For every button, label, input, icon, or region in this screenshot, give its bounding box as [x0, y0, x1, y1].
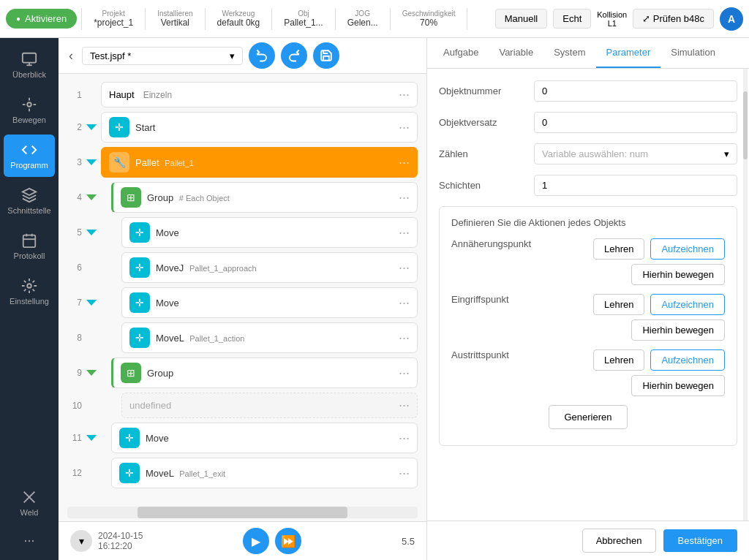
program-block-pallet[interactable]: 🔧 Pallet Pallet_1 ··· [101, 147, 418, 178]
back-button[interactable]: ‹ [66, 45, 76, 67]
redo-icon [287, 49, 301, 62]
program-block-movej[interactable]: ✛ MoveJ Pallet_1_approach ··· [121, 252, 418, 283]
play-button[interactable]: ▶ [243, 528, 269, 554]
grip-label: Eingriffspunkt [451, 294, 509, 305]
more-options-button[interactable]: ··· [399, 225, 410, 241]
horizontal-scrollbar[interactable] [67, 507, 418, 518]
check-button[interactable]: ⤢ Prüfen b48c [633, 9, 714, 29]
tab-aufgabe[interactable]: Aufgabe [433, 38, 489, 68]
install-label: Installieren [157, 10, 192, 18]
avatar[interactable]: A [720, 7, 743, 31]
tab-system[interactable]: System [543, 38, 595, 68]
generate-button[interactable]: Generieren [549, 405, 627, 429]
sidebar-item-weld[interactable]: Weld [4, 482, 55, 524]
count-placeholder: Variable auswählen: num [542, 148, 648, 159]
obj-offset-input[interactable] [534, 112, 737, 133]
count-select[interactable]: Variable auswählen: num ▾ [534, 143, 737, 164]
undo-button[interactable] [249, 42, 275, 69]
cancel-button[interactable]: Abbrechen [582, 529, 656, 553]
table-row: 12 ✛ MoveL Pallet_1_exit ··· [59, 455, 426, 491]
movej-icon: ✛ [129, 257, 150, 278]
tab-simulation[interactable]: Simulation [660, 38, 726, 68]
center-panel: ‹ Test.jspf * ▾ [59, 38, 427, 560]
more-options-button[interactable]: ··· [399, 190, 410, 205]
sidebar-more-button[interactable]: ··· [18, 527, 40, 554]
table-row: 3 🔧 Pallet Pallet_1 ··· [59, 145, 426, 180]
block-label: undefined [129, 400, 171, 411]
approach-record-button[interactable]: Aufzeichnen [650, 238, 725, 260]
program-block-group9[interactable]: ⊞ Group ··· [111, 357, 418, 388]
speed-value: 70% [420, 18, 437, 28]
tool-info: Werkzeug default 0kg [210, 10, 268, 28]
more-options-button[interactable]: ··· [399, 295, 410, 311]
real-button[interactable]: Echt [553, 9, 591, 29]
more-options-button[interactable]: ··· [399, 366, 410, 381]
grip-move-here-button[interactable]: Hierhin bewegen [631, 319, 725, 341]
center-toolbar: ‹ Test.jspf * ▾ [59, 38, 426, 74]
redo-button[interactable] [281, 42, 307, 69]
program-block-movel12[interactable]: ✛ MoveL Pallet_1_exit ··· [111, 458, 418, 488]
more-options-button[interactable]: ··· [399, 87, 410, 102]
obj-number-input[interactable] [534, 80, 737, 102]
undo-icon [255, 49, 268, 62]
more-options-button[interactable]: ··· [399, 398, 410, 413]
file-selector[interactable]: Test.jspf * ▾ [82, 47, 243, 65]
program-block-movel8[interactable]: ✛ MoveL Pallet_1_action ··· [121, 322, 418, 353]
more-options-button[interactable]: ··· [399, 155, 410, 170]
section-title: Definieren Sie die Aktionen jedes Objekt… [451, 217, 725, 228]
approach-move-here-button[interactable]: Hierhin bewegen [631, 264, 725, 285]
sidebar-item-settings[interactable]: Einstellung [4, 270, 55, 313]
sidebar-item-log[interactable]: Protokoll [4, 225, 55, 268]
confirm-button[interactable]: Bestätigen [663, 529, 737, 552]
count-label: Zählen [439, 148, 534, 159]
sidebar-item-move[interactable]: Bewegen [4, 89, 55, 132]
left-sidebar: Überblick Bewegen Programm Schnittstelle [0, 38, 59, 560]
exit-record-button[interactable]: Aufzeichnen [650, 349, 725, 371]
program-block-move5[interactable]: ✛ Move ··· [121, 217, 418, 248]
datetime-display: 2024-10-15 16:12:20 [98, 531, 143, 551]
program-block-undefined[interactable]: undefined ··· [121, 393, 418, 418]
manual-button[interactable]: Manuell [495, 9, 548, 29]
log-icon [21, 232, 37, 249]
obj-value: Pallet_1... [284, 18, 323, 28]
block-label: Haupt [109, 89, 135, 100]
fast-forward-button[interactable]: ⏩ [275, 528, 301, 554]
exit-move-here-button[interactable]: Hierhin bewegen [631, 375, 725, 396]
row-number: 8 [67, 333, 82, 343]
program-block-move11[interactable]: ✛ Move ··· [111, 423, 418, 453]
more-options-button[interactable]: ··· [399, 431, 410, 446]
sidebar-item-program[interactable]: Programm [4, 135, 55, 177]
program-block-start[interactable]: ✛ Start ··· [101, 112, 418, 143]
more-options-button[interactable]: ··· [399, 330, 410, 346]
approach-teach-button[interactable]: Lehren [593, 238, 644, 260]
scroll-down-button[interactable]: ▾ [70, 530, 92, 552]
more-options-button[interactable]: ··· [399, 260, 410, 276]
grip-record-button[interactable]: Aufzeichnen [650, 294, 725, 315]
sidebar-item-overview[interactable]: Überblick [4, 44, 55, 86]
move-icon: ✛ [109, 117, 129, 137]
program-block-group-each[interactable]: ⊞ Group # Each Object ··· [111, 182, 418, 213]
svg-point-3 [27, 102, 31, 107]
exit-buttons: Lehren Aufzeichnen Hierhin bewegen [593, 349, 725, 396]
block-label: MoveL [146, 468, 174, 479]
obj-label: Obj [298, 10, 309, 18]
sidebar-item-interface[interactable]: Schnittstelle [4, 180, 55, 222]
play-controls: ▶ ⏩ [243, 528, 301, 554]
activate-button[interactable]: Aktivieren [6, 9, 77, 29]
grip-teach-button[interactable]: Lehren [593, 294, 644, 315]
program-block-haupt[interactable]: Haupt Einzeln ··· [101, 82, 418, 107]
save-button[interactable] [313, 42, 339, 69]
right-scrollbar[interactable] [743, 69, 748, 521]
more-options-button[interactable]: ··· [399, 120, 410, 135]
more-options-button[interactable]: ··· [399, 466, 410, 481]
layers-input[interactable] [534, 175, 737, 196]
tab-parameter[interactable]: Parameter [596, 38, 661, 68]
row-number: 5 [67, 227, 82, 238]
tab-variable[interactable]: Variable [489, 38, 543, 68]
interface-icon [21, 187, 37, 203]
movel-icon: ✛ [119, 463, 140, 483]
exit-teach-button[interactable]: Lehren [593, 349, 644, 371]
obj-number-row: Objektnummer [439, 80, 737, 102]
program-block-move7[interactable]: ✛ Move ··· [121, 287, 418, 318]
install-value: Vertikal [161, 18, 189, 28]
